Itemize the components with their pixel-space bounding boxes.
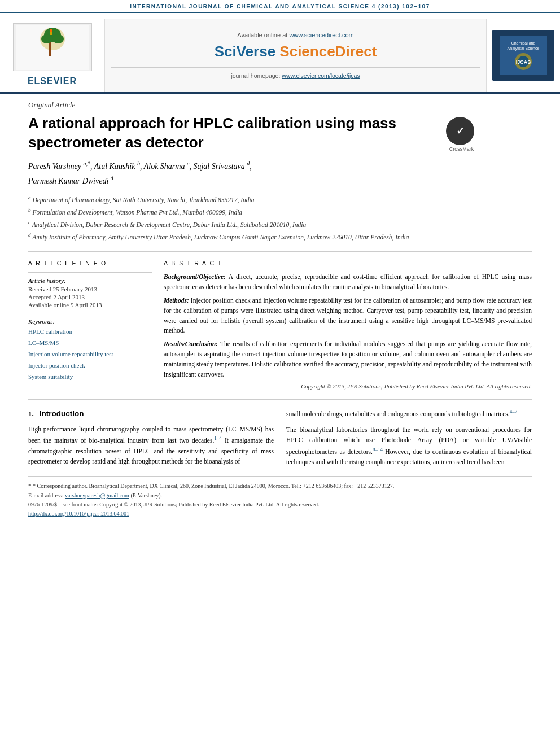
- crossmark-icon: ✓: [446, 117, 474, 145]
- author-3: Alok Sharma c: [144, 162, 190, 171]
- affiliation-d: d Amity Institute of Pharmacy, Amity Uni…: [28, 231, 532, 242]
- keyword-2[interactable]: LC–MS/MS: [28, 338, 152, 349]
- email-suffix: (P. Varshney).: [130, 492, 162, 499]
- article-info-heading: A R T I C L E I N F O: [28, 260, 152, 267]
- available-online-text: Available online at www.sciencedirect.co…: [237, 32, 353, 38]
- corresponding-author-note: * * Corresponding author. Bioanalytical …: [28, 481, 532, 491]
- sciencedirect-url[interactable]: www.sciencedirect.com: [289, 32, 353, 38]
- keyword-4[interactable]: Injector position check: [28, 360, 152, 372]
- affiliation-b: b Formulation and Development, Watson Ph…: [28, 206, 532, 217]
- article-title: A rational approach for HPLC calibration…: [28, 114, 435, 152]
- journal-header-bar: International Journal of Chemical and An…: [0, 0, 560, 13]
- issn-line: 0976-1209/$ – see front matter Copyright…: [28, 500, 532, 509]
- svg-point-4: [41, 34, 53, 43]
- journal-logo-section: Chemical and Analytical Science IJCAS: [487, 19, 560, 92]
- accepted-date: Accepted 2 April 2013: [28, 294, 152, 300]
- abstract-methods: Methods: Injector position check and inj…: [164, 296, 532, 336]
- intro-paragraph-3: The bioanalytical laboratories throughou…: [286, 425, 532, 467]
- affiliation-c: c Analytical Division, Dabur Research & …: [28, 219, 532, 230]
- elsevier-logo-section: ELSEVIER: [0, 19, 104, 92]
- crossmark-label: CrossMark: [446, 146, 477, 152]
- keywords-label: Keywords:: [28, 318, 152, 325]
- introduction-section: 1. Introduction High-performance liquid …: [28, 408, 532, 468]
- elsevier-brand-name: ELSEVIER: [28, 76, 77, 86]
- abstract-heading: A B S T R A C T: [164, 260, 532, 267]
- svg-point-7: [50, 29, 52, 32]
- keywords-list: HPLC calibration LC–MS/MS Injection volu…: [28, 326, 152, 382]
- publisher-header: ELSEVIER Available online at www.science…: [0, 13, 560, 94]
- elsevier-logo-box: [13, 23, 92, 71]
- doi-link[interactable]: http://dx.doi.org/10.1016/j.ijcas.2013.0…: [28, 510, 129, 517]
- available-online-date: Available online 9 April 2013: [28, 302, 152, 308]
- history-label: Article history:: [28, 277, 152, 284]
- author-2: Atul Kaushik b: [94, 162, 140, 171]
- sciencedirect-text: ScienceDirect: [279, 43, 377, 60]
- intro-paragraph-2: small molecule drugs, metabolites and en…: [286, 408, 532, 419]
- authors-line: Paresh Varshney a,*, Atul Kaushik b, Alo…: [28, 159, 532, 188]
- article-type-label: Original Article: [28, 101, 532, 110]
- affiliation-a: a Department of Pharmacology, Sai Nath U…: [28, 194, 532, 205]
- received-date: Received 25 February 2013: [28, 286, 152, 292]
- elsevier-emblem-svg: [16, 25, 89, 70]
- article-info-col: A R T I C L E I N F O Article history: R…: [28, 260, 152, 389]
- svg-point-5: [53, 34, 64, 43]
- abstract-copyright: Copyright © 2013, JPR Solutions; Publish…: [164, 383, 532, 390]
- svg-text:IJCAS: IJCAS: [516, 59, 531, 65]
- author-5: Parmesh Kumar Dwivedi d: [28, 177, 113, 185]
- email-link[interactable]: varshneyparesh@gmail.com: [65, 492, 129, 499]
- methods-text: Injector position check and injection vo…: [164, 297, 532, 334]
- author-4: Sajal Srivastava d: [193, 162, 250, 171]
- email-label: E-mail address:: [28, 492, 63, 499]
- affiliations-section: a Department of Pharmacology, Sai Nath U…: [28, 194, 532, 243]
- abstract-col: A B S T R A C T Background/Objective: A …: [164, 260, 532, 389]
- sciencedirect-branding: Available online at www.sciencedirect.co…: [104, 19, 487, 92]
- intro-right-col: small molecule drugs, metabolites and en…: [286, 408, 532, 468]
- svg-text:Chemical and: Chemical and: [511, 41, 536, 45]
- title-crossmark-row: A rational approach for HPLC calibration…: [28, 114, 532, 159]
- section-divider: [28, 399, 532, 400]
- section-header-row: 1. Introduction: [28, 408, 274, 425]
- keyword-1[interactable]: HPLC calibration: [28, 326, 152, 338]
- email-line: E-mail address: varshneyparesh@gmail.com…: [28, 491, 532, 500]
- journal-homepage-url[interactable]: www.elsevier.com/locate/ijcas: [282, 72, 360, 79]
- author-1: Paresh Varshney a,*: [28, 162, 90, 171]
- results-label: Results/Conclusion:: [164, 340, 218, 347]
- results-text: The results of calibration experiments f…: [164, 340, 532, 377]
- intro-paragraph-1: High-performance liquid chromatography c…: [28, 424, 274, 466]
- article-info-abstract-section: A R T I C L E I N F O Article history: R…: [28, 251, 532, 389]
- methods-label: Methods:: [164, 297, 189, 304]
- svg-text:Analytical Science: Analytical Science: [508, 46, 540, 51]
- abstract-background: Background/Objective: A direct, accurate…: [164, 272, 532, 292]
- section-title: Introduction: [40, 408, 84, 420]
- footer-notes: * * Corresponding author. Bioanalytical …: [28, 476, 532, 518]
- background-label: Background/Objective:: [164, 273, 226, 280]
- sciverse-sciencedirect-brand: SciVerse ScienceDirect: [215, 43, 377, 60]
- abstract-text: Background/Objective: A direct, accurate…: [164, 272, 532, 379]
- keyword-5[interactable]: System suitability: [28, 372, 152, 383]
- journal-homepage-line: journal homepage: www.elsevier.com/locat…: [111, 67, 480, 79]
- journal-logo-box: Chemical and Analytical Science IJCAS: [492, 30, 554, 81]
- sciverse-text: SciVerse: [215, 43, 280, 60]
- abstract-results: Results/Conclusion: The results of calib…: [164, 339, 532, 379]
- divider-2: [28, 313, 152, 313]
- journal-cover-image: Chemical and Analytical Science IJCAS: [498, 34, 549, 77]
- divider-1: [28, 272, 152, 273]
- crossmark-badge[interactable]: ✓ CrossMark: [446, 117, 477, 148]
- doi-line: http://dx.doi.org/10.1016/j.ijcas.2013.0…: [28, 509, 532, 518]
- main-content: Original Article A rational approach for…: [0, 94, 560, 525]
- corresponding-star-icon: *: [28, 482, 32, 489]
- section-number: 1.: [28, 408, 34, 420]
- keyword-3[interactable]: Injection volume repeatability test: [28, 349, 152, 360]
- journal-title: International Journal of Chemical and An…: [130, 3, 430, 10]
- intro-left-col: 1. Introduction High-performance liquid …: [28, 408, 274, 468]
